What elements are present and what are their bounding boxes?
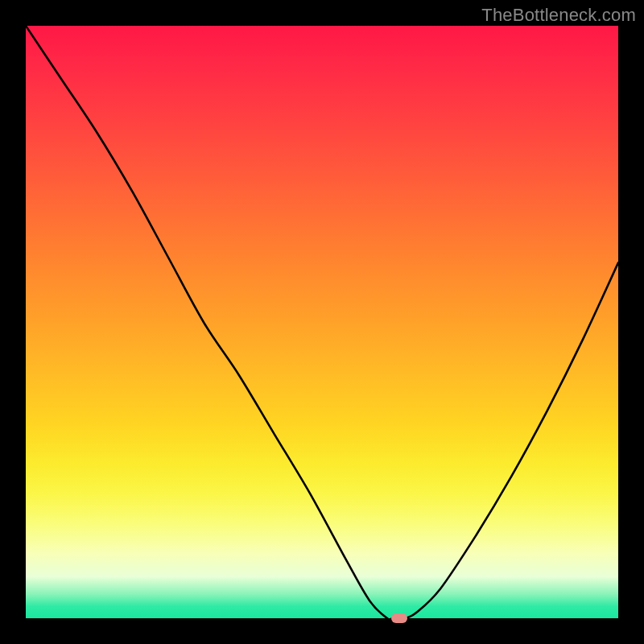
plot-area [26, 26, 618, 618]
optimal-marker [391, 613, 407, 623]
watermark-text: TheBottleneck.com [481, 5, 636, 26]
curve-path [26, 26, 618, 618]
bottleneck-curve [26, 26, 618, 618]
chart-frame: TheBottleneck.com [0, 0, 644, 644]
